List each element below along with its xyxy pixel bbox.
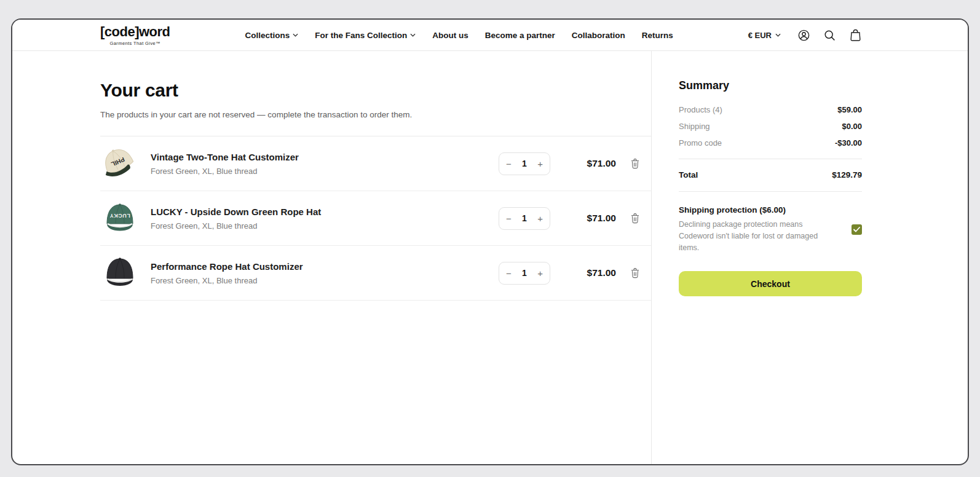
- nav-collaboration-label: Collaboration: [572, 31, 625, 40]
- item-price: $71.00: [584, 213, 616, 224]
- nav-about-us[interactable]: About us: [432, 31, 468, 40]
- currency-label: € EUR: [748, 31, 772, 40]
- item-price: $71.00: [584, 267, 616, 278]
- brand-tagline: Garments That Give™: [110, 41, 161, 46]
- remove-item-trash-icon[interactable]: [630, 267, 640, 278]
- product-variant: Forest Green, XL, Blue thread: [151, 167, 499, 176]
- quantity-stepper: − 1 +: [499, 262, 550, 285]
- cart-subtitle: The products in your cart are not reserv…: [100, 110, 651, 119]
- summary-row-shipping: Shipping $0.00: [679, 122, 862, 131]
- product-info: Vintage Two-Tone Hat Customizer Forest G…: [151, 152, 499, 176]
- shipping-protection-text: Shipping protection ($6.00) Declining pa…: [679, 205, 837, 253]
- chevron-down-icon: [293, 33, 298, 37]
- quantity-value: 1: [522, 268, 527, 278]
- shipping-protection-checkbox[interactable]: [852, 224, 862, 235]
- product-image-lucky-green-rope-hat[interactable]: LUCKY: [100, 199, 140, 238]
- brand-name: [code]word: [100, 24, 170, 40]
- summary-title: Summary: [679, 79, 862, 92]
- product-info: Performance Rope Hat Customizer Forest G…: [151, 261, 499, 285]
- header-actions: € EUR: [748, 29, 862, 42]
- checkout-button[interactable]: Checkout: [679, 271, 862, 296]
- summary-value: $59.00: [837, 105, 862, 114]
- cart-bag-icon[interactable]: [849, 29, 862, 42]
- nav-become-a-partner[interactable]: Become a partner: [485, 31, 555, 40]
- page-body: Your cart The products in your cart are …: [12, 51, 968, 464]
- page-title: Your cart: [100, 80, 651, 101]
- increase-quantity-button[interactable]: +: [537, 269, 543, 278]
- brand-logo[interactable]: [code]word Garments That Give™: [100, 24, 170, 46]
- chevron-down-icon: [410, 33, 416, 37]
- summary-value: -$30.00: [835, 138, 862, 148]
- nav-collaboration[interactable]: Collaboration: [572, 31, 625, 40]
- account-icon[interactable]: [797, 29, 810, 42]
- product-info: LUCKY - Upside Down Green Rope Hat Fores…: [151, 207, 499, 231]
- summary-total-row: Total $129.79: [679, 170, 862, 179]
- main-nav: Collections For the Fans Collection Abou…: [245, 31, 673, 40]
- shipping-protection-block: Shipping protection ($6.00) Declining pa…: [679, 205, 862, 253]
- summary-label: Shipping: [679, 122, 710, 131]
- search-icon[interactable]: [823, 29, 836, 42]
- increase-quantity-button[interactable]: +: [537, 159, 543, 168]
- quantity-value: 1: [522, 159, 527, 168]
- summary-panel: Summary Products (4) $59.00 Shipping $0.…: [651, 51, 968, 464]
- checkmark-icon: [853, 227, 860, 232]
- total-label: Total: [679, 170, 698, 179]
- nav-fans-label: For the Fans Collection: [315, 31, 407, 40]
- cart-item-row: PHIL Vintage Two-Tone Hat Customizer For…: [100, 136, 651, 191]
- summary-label: Promo code: [679, 138, 722, 148]
- remove-item-trash-icon[interactable]: [630, 213, 640, 224]
- product-name[interactable]: Vintage Two-Tone Hat Customizer: [151, 152, 499, 162]
- nav-returns-label: Returns: [642, 31, 673, 40]
- cart-section: Your cart The products in your cart are …: [12, 51, 651, 464]
- summary-divider: [679, 191, 862, 192]
- summary-divider: [679, 159, 862, 159]
- total-value: $129.79: [832, 170, 862, 179]
- quantity-stepper: − 1 +: [499, 152, 550, 175]
- svg-text:LUCKY: LUCKY: [109, 213, 130, 219]
- nav-for-the-fans-collection[interactable]: For the Fans Collection: [315, 31, 416, 40]
- nav-collections[interactable]: Collections: [245, 31, 298, 40]
- decrease-quantity-button[interactable]: −: [506, 214, 512, 223]
- nav-returns[interactable]: Returns: [642, 31, 673, 40]
- cart-item-row: Performance Rope Hat Customizer Forest G…: [100, 246, 651, 301]
- product-name[interactable]: LUCKY - Upside Down Green Rope Hat: [151, 207, 499, 217]
- product-variant: Forest Green, XL, Blue thread: [151, 276, 499, 285]
- item-price: $71.00: [584, 158, 616, 169]
- shipping-protection-title: Shipping protection ($6.00): [679, 205, 837, 215]
- site-header: [code]word Garments That Give™ Collectio…: [12, 20, 968, 51]
- product-image-performance-rope-hat[interactable]: [100, 253, 140, 293]
- quantity-stepper: − 1 +: [499, 207, 550, 230]
- nav-partner-label: Become a partner: [485, 31, 555, 40]
- nav-about-label: About us: [432, 31, 468, 40]
- chevron-down-icon: [775, 33, 781, 37]
- product-name[interactable]: Performance Rope Hat Customizer: [151, 261, 499, 272]
- summary-label: Products (4): [679, 105, 722, 114]
- storefront-window: [code]word Garments That Give™ Collectio…: [11, 18, 969, 465]
- increase-quantity-button[interactable]: +: [537, 214, 543, 223]
- cart-item-list: PHIL Vintage Two-Tone Hat Customizer For…: [100, 136, 651, 301]
- product-image-vintage-two-tone-hat[interactable]: PHIL: [100, 144, 140, 183]
- nav-collections-label: Collections: [245, 31, 290, 40]
- summary-value: $0.00: [842, 122, 862, 131]
- currency-selector[interactable]: € EUR: [748, 31, 781, 40]
- cart-item-row: LUCKY LUCKY - Upside Down Green Rope Hat…: [100, 191, 651, 246]
- quantity-value: 1: [522, 213, 527, 223]
- decrease-quantity-button[interactable]: −: [506, 159, 512, 168]
- decrease-quantity-button[interactable]: −: [506, 269, 512, 278]
- remove-item-trash-icon[interactable]: [630, 158, 640, 169]
- summary-row-products: Products (4) $59.00: [679, 105, 862, 114]
- shipping-protection-description: Declining package protection means Codew…: [679, 219, 826, 253]
- summary-row-promo-code: Promo code -$30.00: [679, 138, 862, 148]
- product-variant: Forest Green, XL, Blue thread: [151, 221, 499, 231]
